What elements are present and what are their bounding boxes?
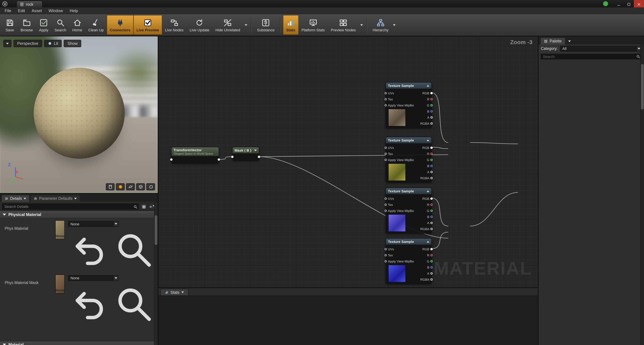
output-pin-rgba[interactable] — [430, 278, 433, 280]
node-header[interactable]: Texture Sample — [386, 82, 431, 88]
use-selected-button[interactable] — [69, 229, 110, 270]
output-pin-rgba[interactable] — [430, 122, 433, 124]
menu-item-edit[interactable]: Edit — [15, 8, 28, 14]
node-header[interactable]: Mask ( B ) — [232, 147, 259, 153]
input-pin[interactable] — [170, 158, 172, 161]
toolbar-preview-nodes-dropdown[interactable] — [359, 15, 364, 35]
output-pin-a[interactable] — [430, 222, 433, 224]
collapse-icon[interactable] — [427, 190, 429, 192]
phys-material-thumbnail[interactable]: None — [55, 220, 65, 239]
source-control-icon[interactable] — [603, 1, 608, 6]
output-pin[interactable] — [258, 156, 260, 158]
collapse-icon[interactable] — [427, 241, 429, 242]
maximize-button[interactable] — [624, 0, 634, 8]
input-pin-uvs[interactable] — [384, 197, 387, 200]
toolbar-connectors-button[interactable]: Connectors — [107, 15, 134, 35]
input-pin-tex[interactable] — [384, 98, 387, 100]
menu-item-file[interactable]: File — [1, 8, 15, 14]
viewport-lit-button[interactable]: Lit — [44, 40, 62, 47]
viewport-perspective-button[interactable]: Perspective — [14, 40, 42, 47]
output-pin-r[interactable] — [430, 254, 433, 256]
output-pin-a[interactable] — [430, 171, 433, 173]
browse-to-asset-button[interactable] — [113, 283, 154, 325]
asset-dropdown[interactable]: None — [68, 275, 119, 281]
section-header-physical-material[interactable]: Physical Material — [0, 210, 158, 218]
toolbar-live-update-button[interactable]: Live Update — [186, 15, 212, 35]
use-selected-button[interactable] — [69, 283, 110, 325]
preview-mesh-sphere[interactable] — [34, 68, 125, 159]
input-pin-uvs[interactable] — [384, 92, 387, 94]
close-button[interactable] — [634, 0, 644, 8]
toolbar-browse-button[interactable]: Browse — [18, 15, 36, 35]
tab-details[interactable]: Details — [1, 195, 30, 202]
output-pin-r[interactable] — [430, 152, 433, 155]
toolbar-platform-stats-button[interactable]: Platform Stats — [298, 15, 328, 35]
toolbar-live-nodes-button[interactable]: Live Nodes — [162, 15, 186, 35]
menu-item-window[interactable]: Window — [45, 8, 66, 14]
output-pin-g[interactable] — [430, 158, 433, 161]
input-pin-tex[interactable] — [384, 203, 387, 206]
toolbar-hierarchy-dropdown[interactable] — [392, 15, 397, 35]
shape-custom-mesh-button[interactable] — [146, 183, 155, 190]
toolbar-live-preview-button[interactable]: Live Preview — [134, 15, 162, 35]
input-pin-uvs[interactable] — [384, 248, 387, 250]
asset-dropdown[interactable]: None — [68, 221, 119, 227]
input-pin-apply-view-mipbias[interactable] — [384, 158, 387, 161]
minimize-button[interactable] — [614, 0, 624, 8]
input-pin-uvs[interactable] — [384, 146, 387, 149]
input-pin-tex[interactable] — [384, 254, 387, 256]
menu-item-asset[interactable]: Asset — [28, 8, 45, 14]
preview-viewport[interactable]: PerspectiveLitShow Z X — [0, 36, 158, 193]
shape-plane-button[interactable] — [126, 183, 135, 190]
node-header[interactable]: TransformVectorTangent Space to World Sp… — [172, 147, 219, 156]
toolbar-substance-button[interactable]: Substance — [254, 15, 278, 35]
details-grid-view-button[interactable] — [140, 203, 147, 209]
details-scroll-thumb[interactable] — [155, 215, 158, 245]
input-pin-apply-view-mipbias[interactable] — [384, 260, 387, 262]
phys-material-mask-thumbnail[interactable]: None — [55, 274, 65, 294]
collapse-icon[interactable] — [427, 139, 429, 141]
node-transform-vector[interactable]: TransformVectorTangent Space to World Sp… — [171, 147, 219, 164]
toolbar-home-button[interactable]: Home — [69, 15, 85, 35]
details-scrollbar[interactable] — [154, 202, 158, 345]
output-pin-b[interactable] — [430, 216, 433, 218]
toolbar-stats-button[interactable]: Stats — [283, 15, 298, 35]
palette-scroll-thumb[interactable] — [641, 64, 644, 110]
output-pin-g[interactable] — [430, 104, 433, 106]
output-pin-rgb[interactable] — [430, 146, 433, 149]
palette-search-input[interactable] — [541, 54, 642, 59]
asset-tab-rock[interactable]: rock — [16, 1, 42, 8]
palette-tab-dropdown[interactable] — [568, 40, 571, 42]
input-pin[interactable] — [231, 156, 234, 158]
chevron-down-icon[interactable] — [254, 150, 257, 151]
section-header-material[interactable]: Material — [0, 341, 158, 345]
node-header[interactable]: Texture Sample — [386, 137, 431, 143]
output-pin-rgb[interactable] — [430, 248, 433, 250]
toolbar-hide-unrelated-button[interactable]: Hide Unrelated — [212, 15, 243, 35]
input-pin-apply-view-mipbias[interactable] — [384, 210, 387, 212]
toolbar-clean-up-button[interactable]: Clean Up — [85, 15, 107, 35]
output-pin-r[interactable] — [430, 203, 433, 206]
output-pin-b[interactable] — [430, 164, 433, 167]
output-pin-b[interactable] — [430, 266, 433, 268]
node-mask[interactable]: Mask ( B ) — [232, 147, 259, 161]
node-header[interactable]: Texture Sample — [386, 238, 431, 244]
toolbar-hierarchy-button[interactable]: Hierarchy — [370, 15, 392, 35]
output-pin-g[interactable] — [430, 210, 433, 212]
output-pin-b[interactable] — [430, 110, 433, 112]
node-texture-sample-4[interactable]: Texture SampleUVsTexApply View MipBiasRG… — [386, 238, 432, 284]
shape-cylinder-button[interactable] — [106, 183, 114, 190]
output-pin-g[interactable] — [430, 260, 433, 262]
toolbar-apply-button[interactable]: Apply — [36, 15, 52, 35]
toolbar-save-button[interactable]: Save — [2, 15, 18, 35]
output-pin-a[interactable] — [430, 272, 433, 274]
input-pin-tex[interactable] — [384, 152, 387, 155]
browse-to-asset-button[interactable] — [113, 229, 154, 270]
menu-item-help[interactable]: Help — [66, 8, 81, 14]
output-pin-rgba[interactable] — [430, 228, 433, 230]
output-pin-rgb[interactable] — [430, 197, 433, 200]
collapse-icon[interactable] — [427, 85, 429, 86]
input-pin-apply-view-mipbias[interactable] — [384, 104, 387, 106]
shape-cube-button[interactable] — [136, 183, 145, 190]
material-graph[interactable]: Zoom -3 MATERIAL Texture SampleUVsTexApp… — [158, 36, 538, 288]
